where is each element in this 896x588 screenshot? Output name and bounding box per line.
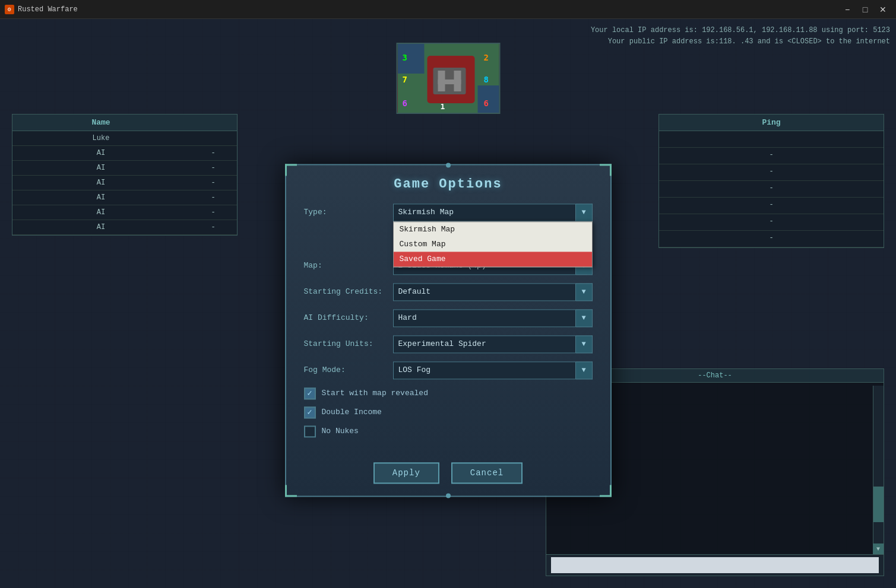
chat-input-area — [546, 554, 884, 576]
svg-text:2: 2 — [483, 53, 488, 62]
chat-scroll-down-button[interactable]: ▼ — [873, 543, 884, 554]
ai-difficulty-label: AI Difficulty: — [304, 313, 393, 322]
player-row: AI - — [12, 146, 237, 161]
dropdown-item-custom[interactable]: Custom Map — [394, 237, 592, 252]
player-ping-ai6: - — [189, 220, 237, 234]
player-row: Luke — [12, 131, 237, 146]
name-column-header: Name — [12, 115, 189, 131]
cancel-button[interactable]: Cancel — [451, 462, 523, 484]
credits-select-display[interactable]: Default — [393, 283, 576, 301]
difficulty-select-arrow[interactable]: ▼ — [576, 309, 593, 327]
no-nukes-label: No Nukes — [322, 427, 359, 436]
corner-bl — [285, 485, 297, 497]
fog-select-display[interactable]: LOS Fog — [393, 361, 576, 379]
title-bar-left: ⚙ Rusted Warfare — [5, 5, 78, 14]
ping-panel: Ping - - - - - - — [658, 114, 884, 248]
double-income-row: Double Income — [304, 406, 593, 418]
player-name-ai2: AI — [12, 161, 189, 175]
player-row: AI - — [12, 190, 237, 205]
dropdown-item-saved[interactable]: Saved Game — [394, 252, 592, 266]
svg-text:6: 6 — [483, 98, 488, 108]
ai-difficulty-row: AI Difficulty: Hard ▼ — [304, 309, 593, 327]
public-ip-line: Your public IP address is:118. .43 and i… — [591, 36, 890, 47]
units-select-display[interactable]: Experimental Spider — [393, 335, 576, 353]
window-controls: − □ ✕ — [839, 3, 891, 16]
no-nukes-row: No Nukes — [304, 425, 593, 437]
dialog-buttons: Apply Cancel — [286, 456, 610, 495]
ping-row-3: - — [659, 164, 884, 181]
svg-text:6: 6 — [402, 98, 407, 108]
no-nukes-checkbox[interactable] — [304, 425, 316, 437]
double-income-checkbox[interactable] — [304, 406, 316, 418]
svg-text:3: 3 — [402, 53, 407, 62]
fog-select-wrapper: LOS Fog ▼ — [393, 361, 593, 379]
player-name-ai1: AI — [12, 146, 189, 160]
player-row: AI - — [12, 161, 237, 176]
player-ping-ai3: - — [189, 176, 237, 190]
svg-text:8: 8 — [483, 75, 488, 84]
start-map-revealed-checkbox[interactable] — [304, 387, 316, 399]
ip-info: Your local IP address is: 192.168.56.1, … — [591, 25, 890, 47]
fog-select-arrow[interactable]: ▼ — [576, 361, 593, 379]
corner-tr — [600, 164, 612, 176]
player-ping-ai2: - — [189, 161, 237, 175]
player-ping-luke — [189, 131, 237, 145]
difficulty-select-display[interactable]: Hard — [393, 309, 576, 327]
type-select-display[interactable]: Skirmish Map — [393, 204, 576, 221]
ping-row-2: - — [659, 148, 884, 164]
type-label: Type: — [304, 208, 393, 217]
svg-text:7: 7 — [402, 75, 407, 84]
dialog-title: Game Options — [286, 165, 610, 198]
left-ping-header — [189, 115, 237, 131]
type-row: Type: Skirmish Map ▼ Skirmish Map Custom… — [304, 204, 593, 221]
starting-credits-label: Starting Credits: — [304, 287, 393, 296]
player-ping-ai1: - — [189, 146, 237, 160]
svg-text:1: 1 — [440, 102, 445, 111]
chat-scrollbar[interactable] — [873, 386, 884, 554]
start-map-revealed-row: Start with map revealed — [304, 387, 593, 399]
starting-units-row: Starting Units: Experimental Spider ▼ — [304, 335, 593, 353]
difficulty-select-wrapper: Hard ▼ — [393, 309, 593, 327]
player-name-ai5: AI — [12, 205, 189, 220]
corner-tl — [285, 164, 297, 176]
start-map-revealed-label: Start with map revealed — [322, 389, 428, 398]
app-title: Rusted Warfare — [18, 5, 78, 14]
ping-row-5: - — [659, 198, 884, 214]
map-image: 3 2 7 8 6 6 1 — [397, 44, 499, 113]
apply-button[interactable]: Apply — [373, 462, 439, 484]
dialog-dot-bottom — [446, 493, 451, 498]
maximize-button[interactable]: □ — [857, 3, 873, 16]
close-button[interactable]: ✕ — [875, 3, 891, 16]
chat-scrollbar-thumb[interactable] — [873, 487, 884, 522]
player-name-ai4: AI — [12, 190, 189, 205]
minimize-button[interactable]: − — [839, 3, 856, 16]
map-preview: 3 2 7 8 6 6 1 — [396, 43, 500, 114]
local-ip-line: Your local IP address is: 192.168.56.1, … — [591, 25, 890, 36]
units-select-arrow[interactable]: ▼ — [576, 335, 593, 353]
dialog-dot-top — [446, 163, 451, 167]
ping-column-header: Ping — [659, 115, 884, 131]
type-select-wrapper: Skirmish Map ▼ Skirmish Map Custom Map S… — [393, 204, 593, 221]
type-select-arrow[interactable]: ▼ — [576, 204, 593, 221]
player-panel: Name Luke AI - AI - AI - AI - AI - AI — [12, 114, 238, 236]
player-name-ai6: AI — [12, 220, 189, 234]
svg-rect-14 — [438, 80, 461, 84]
ping-row-4: - — [659, 181, 884, 198]
player-ping-ai4: - — [189, 190, 237, 205]
map-label: Map: — [304, 261, 393, 270]
dialog-body: Type: Skirmish Map ▼ Skirmish Map Custom… — [286, 198, 610, 456]
game-area: Your local IP address is: 192.168.56.1, … — [0, 19, 896, 588]
chat-input-field[interactable] — [551, 557, 879, 573]
fog-mode-row: Fog Mode: LOS Fog ▼ — [304, 361, 593, 379]
ping-row-1 — [659, 131, 884, 148]
player-row: AI - — [12, 176, 237, 190]
player-name-luke: Luke — [12, 131, 189, 145]
app-icon: ⚙ — [5, 5, 14, 14]
starting-units-label: Starting Units: — [304, 339, 393, 348]
player-panel-header: Name — [12, 115, 237, 131]
player-ping-ai5: - — [189, 205, 237, 220]
ping-row-6: - — [659, 214, 884, 231]
dropdown-item-skirmish[interactable]: Skirmish Map — [394, 222, 592, 237]
corner-br — [600, 485, 612, 497]
credits-select-arrow[interactable]: ▼ — [576, 283, 593, 301]
